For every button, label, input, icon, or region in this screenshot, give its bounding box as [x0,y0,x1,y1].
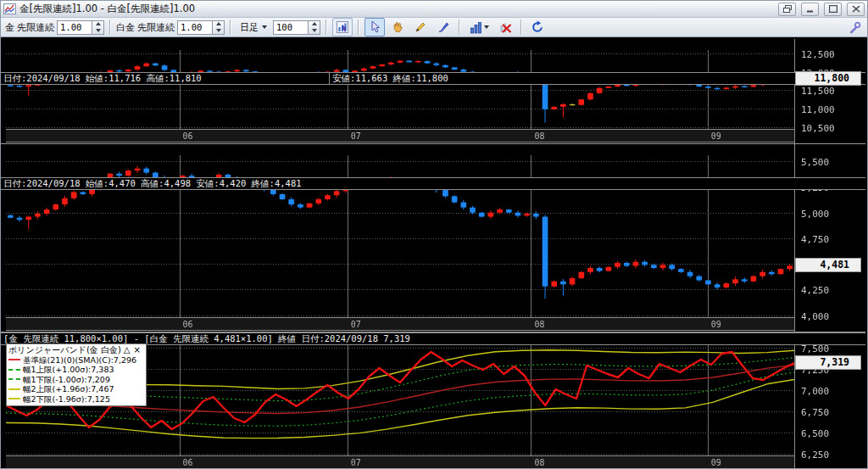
pen-draw-icon [437,20,450,34]
wrench-settings-icon [849,21,861,34]
toolbar-separator [520,20,522,35]
bollinger-legend: ボリンジャーバンド(金 白金) △ × 基準線(21)(0)(SMA)(C):7… [6,343,147,406]
app-window: 金[先限連続]1.00 - 白金[先限連続]1.00 金 先限連続 白金 先限連… [0,0,868,469]
gold-multiplier-spinner [57,20,104,35]
gold-series-label: 先限連続 [17,21,54,34]
chevron-down-icon [484,25,489,29]
toolbar-separator [358,20,359,35]
maximize-button[interactable] [824,3,842,16]
legend-entry: 基準線(21)(0)(SMA)(C):7,296 [8,355,142,366]
legend-line-swatch [8,398,20,399]
select-cursor-icon [368,20,381,34]
spin-down-icon[interactable] [312,29,317,32]
legend-entry: 幅2上限(+1.96σ):7,467 [8,384,142,394]
period-label: 日足 [240,21,259,34]
platinum-multiplier-input[interactable] [177,20,212,35]
gold-info-bar: 日付:2024/09/18 始値:11,716 高値:11,810 安値:11,… [1,72,865,85]
toolbar-separator [109,20,111,35]
toolbar-separator [230,20,231,35]
indicator-menu-button[interactable] [465,18,492,36]
spread-last-price-badge: 7,319 [795,355,861,370]
gold-symbol-label: 金 [5,21,14,34]
legend-entry-label: 幅2下限(-1.96σ):7,125 [23,394,110,405]
chart-mode-button[interactable] [332,18,353,36]
legend-title: ボリンジャーバンド(金 白金) [8,345,121,355]
spin-up-icon[interactable] [216,22,221,25]
pencil-icon [414,20,427,34]
gold-multiplier-spin-buttons[interactable] [92,20,104,35]
refresh-icon [531,20,544,34]
indicator-bars-icon [470,21,482,34]
window-title: 金[先限連続]1.00 - 白金[先限連続]1.00 [19,3,773,15]
legend-entry-label: 幅1上限(+1.00σ):7,383 [23,365,114,375]
delete-study-icon [499,21,512,34]
gold-last-price-badge: 11,800 [795,71,861,86]
bar-count-spin-buttons[interactable] [308,20,320,35]
close-button[interactable] [847,3,865,16]
gold-multiplier-input[interactable] [57,20,92,35]
legend-entry-label: 幅2上限(+1.96σ):7,467 [23,384,114,394]
pen-draw-button[interactable] [433,18,453,36]
toolbar-separator [326,20,327,35]
platinum-last-price-badge: 4,481 [795,258,861,272]
legend-entry: 幅2下限(-1.96σ):7,125 [8,394,142,405]
bar-count-input[interactable] [273,20,308,35]
select-cursor-button[interactable] [364,18,385,36]
settings-button[interactable] [849,21,863,34]
platinum-info-bar: 日付:2024/09/18 始値:4,470 高値:4,498 安値:4,420… [1,177,865,190]
delete-study-button[interactable] [495,18,515,36]
chart-mode-icon [336,20,349,34]
legend-entry-label: 幅1下限(-1.00σ):7,209 [23,375,110,385]
toolbar: 金 先限連続 白金 先限連続 日足 [1,18,867,37]
spin-up-icon[interactable] [96,22,101,25]
chevron-down-icon [262,25,267,29]
hand-pan-icon [391,20,404,34]
toolbar-separator [459,20,460,35]
legend-collapse-button[interactable]: △ [123,345,131,355]
platinum-series-label: 先限連続 [137,21,175,34]
gold-ohlc-info: 日付:2024/09/18 始値:11,716 高値:11,810 [1,73,330,84]
legend-line-swatch [8,359,20,360]
chart-window-icon [3,3,16,14]
minimize-button[interactable] [801,3,819,16]
platinum-multiplier-spin-buttons[interactable] [212,20,225,35]
legend-line-swatch [8,378,20,380]
platinum-multiplier-spinner [177,20,225,35]
refresh-button[interactable] [527,18,548,36]
legend-close-button[interactable]: × [133,345,142,355]
pencil-button[interactable] [410,18,431,36]
platinum-symbol-label: 白金 [116,21,135,34]
chart-area[interactable]: 日付:2024/09/18 始値:11,716 高値:11,810 安値:11,… [1,37,867,468]
float-window-button[interactable] [778,3,796,16]
legend-line-swatch [8,388,20,390]
spin-down-icon[interactable] [216,29,221,32]
legend-entry: 幅1上限(+1.00σ):7,383 [8,365,142,375]
legend-entry-label: 基準線(21)(0)(SMA)(C):7,296 [23,355,136,366]
period-dropdown[interactable]: 日足 [236,20,270,36]
legend-entry: 幅1下限(-1.00σ):7,209 [8,375,142,385]
spin-up-icon[interactable] [312,22,317,25]
hand-pan-button[interactable] [387,18,408,36]
platinum-ohlc-info: 日付:2024/09/18 始値:4,470 高値:4,498 安値:4,420… [1,178,309,189]
legend-line-swatch [8,369,20,371]
spin-down-icon[interactable] [96,29,101,32]
bar-count-spinner [273,20,320,35]
titlebar: 金[先限連続]1.00 - 白金[先限連続]1.00 [1,1,867,18]
gold-ohlc-info: 安値:11,663 終値:11,800 [330,73,455,84]
